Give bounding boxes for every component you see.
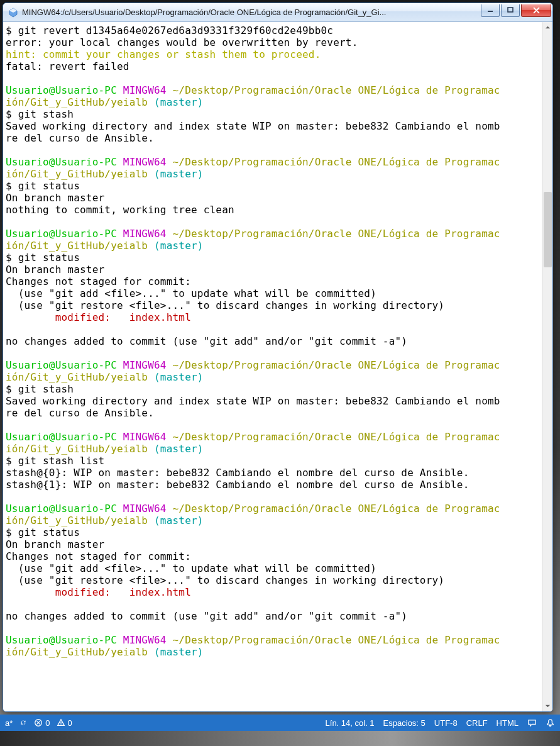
prompt-branch: (master): [154, 168, 204, 180]
prompt-branch: (master): [154, 646, 204, 658]
prompt-path: ~/Desktop/Programación/Oracle ONE/Lógica…: [173, 228, 500, 240]
output-line: On branch master: [6, 264, 104, 276]
prompt-path: ~/Desktop/Programación/Oracle ONE/Lógica…: [173, 84, 500, 96]
output-line: stash@{0}: WIP on master: bebe832 Cambia…: [6, 467, 469, 479]
prompt-env: MINGW64: [123, 634, 167, 646]
scroll-up-button[interactable]: [542, 22, 553, 33]
prompt-user: Usuario@Usuario-PC: [6, 431, 117, 443]
output-line: Changes not staged for commit:: [6, 550, 191, 562]
indent-spaces[interactable]: Espacios: 5: [383, 718, 425, 728]
maximize-button[interactable]: [501, 4, 520, 17]
language-mode[interactable]: HTML: [497, 718, 519, 728]
prompt-branch: (master): [154, 96, 204, 108]
scroll-thumb[interactable]: [544, 192, 552, 267]
output-line: On branch master: [6, 538, 104, 550]
prompt-user: Usuario@Usuario-PC: [6, 634, 117, 646]
output-line: (use "git restore <file>..." to discard …: [6, 574, 444, 586]
minimize-button[interactable]: [481, 4, 500, 17]
prompt-path2: ión/Git_y_GitHub/yeialb: [6, 515, 148, 526]
bell-icon[interactable]: [546, 718, 555, 728]
prompt-path: ~/Desktop/Programación/Oracle ONE/Lógica…: [173, 359, 500, 371]
prompt-path: ~/Desktop/Programación/Oracle ONE/Lógica…: [173, 503, 500, 515]
output-line: (use "git add <file>..." to update what …: [6, 287, 376, 299]
prompt-env: MINGW64: [123, 359, 167, 371]
cmd-line: $ git stash list: [6, 455, 104, 467]
prompt-branch: (master): [154, 371, 204, 383]
output-line: re del curso de Ansible.: [6, 407, 154, 419]
output-line: re del curso de Ansible.: [6, 132, 154, 144]
prompt-path2: ión/Git_y_GitHub/yeialb: [6, 240, 148, 252]
output-line: Saved working directory and index state …: [6, 120, 500, 132]
cmd-line: $ git stash: [6, 108, 74, 120]
prompt-path: ~/Desktop/Programación/Oracle ONE/Lógica…: [173, 156, 500, 168]
window-title: MINGW64:/c/Users/Usuario/Desktop/Program…: [22, 8, 480, 17]
cmd-line: $ git status: [6, 180, 80, 192]
close-button[interactable]: [521, 4, 551, 17]
output-line: stash@{1}: WIP on master: bebe832 Cambia…: [6, 479, 469, 491]
scroll-down-button[interactable]: [542, 701, 553, 711]
line-col[interactable]: Lín. 14, col. 1: [326, 718, 375, 728]
vertical-scrollbar[interactable]: [542, 22, 552, 711]
sync-icon[interactable]: [19, 718, 28, 727]
prompt-path2: ión/Git_y_GitHub/yeialb: [6, 646, 148, 658]
prompt-branch: (master): [154, 240, 204, 252]
modified-line: modified: index.html: [6, 311, 191, 323]
branch-indicator[interactable]: a*: [5, 718, 13, 728]
editor-statusbar: a* 0 0 Lín. 14, col. 1 Espacios: 5 UTF-8…: [0, 715, 560, 731]
terminal-output[interactable]: $ git revert d1345a64e0267ed6a3d9331f329…: [3, 22, 542, 711]
terminal-window: MINGW64:/c/Users/Usuario/Desktop/Program…: [3, 3, 553, 712]
svg-rect-5: [60, 721, 61, 724]
cmd-line: $ git status: [6, 252, 80, 264]
output-line: On branch master: [6, 192, 104, 204]
app-icon: [8, 8, 18, 18]
prompt-path2: ión/Git_y_GitHub/yeialb: [6, 168, 148, 180]
prompt-user: Usuario@Usuario-PC: [6, 359, 117, 371]
prompt-user: Usuario@Usuario-PC: [6, 228, 117, 240]
prompt-path2: ión/Git_y_GitHub/yeialb: [6, 443, 148, 455]
svg-rect-2: [488, 11, 493, 12]
window-controls: [480, 4, 551, 17]
output-line: Changes not staged for commit:: [6, 276, 191, 287]
prompt-env: MINGW64: [123, 431, 167, 443]
prompt-env: MINGW64: [123, 84, 167, 96]
cmd-line: $ git stash: [6, 383, 74, 395]
fatal-line: fatal: revert failed: [6, 60, 129, 72]
prompt-branch: (master): [154, 443, 204, 455]
cmd-line: $ git status: [6, 526, 80, 538]
svg-rect-6: [60, 725, 61, 725]
hint-line: hint: commit your changes or stash them …: [6, 48, 321, 60]
output-line: no changes added to commit (use "git add…: [6, 610, 407, 622]
svg-rect-3: [508, 8, 513, 12]
desktop-bottom: [0, 731, 560, 746]
prompt-env: MINGW64: [123, 228, 167, 240]
errors-count[interactable]: 0: [34, 718, 50, 728]
prompt-user: Usuario@Usuario-PC: [6, 503, 117, 515]
output-line: (use "git restore <file>..." to discard …: [6, 299, 444, 311]
prompt-path2: ión/Git_y_GitHub/yeialb: [6, 96, 148, 108]
prompt-env: MINGW64: [123, 503, 167, 515]
feedback-icon[interactable]: [527, 718, 537, 728]
output-line: nothing to commit, working tree clean: [6, 204, 234, 216]
output-line: no changes added to commit (use "git add…: [6, 335, 407, 347]
output-line: (use "git add <file>..." to update what …: [6, 562, 376, 574]
titlebar[interactable]: MINGW64:/c/Users/Usuario/Desktop/Program…: [3, 3, 552, 22]
prompt-path: ~/Desktop/Programación/Oracle ONE/Lógica…: [173, 431, 500, 443]
prompt-branch: (master): [154, 515, 204, 526]
prompt-user: Usuario@Usuario-PC: [6, 156, 117, 168]
warnings-count[interactable]: 0: [57, 718, 72, 728]
eol[interactable]: CRLF: [466, 718, 488, 728]
output-line: Saved working directory and index state …: [6, 395, 500, 407]
modified-line: modified: index.html: [6, 586, 191, 598]
encoding[interactable]: UTF-8: [434, 718, 458, 728]
cmd-line: $ git revert d1345a64e0267ed6a3d9331f329…: [6, 25, 333, 36]
error-line: error: your local changes would be overw…: [6, 36, 358, 48]
prompt-path: ~/Desktop/Programación/Oracle ONE/Lógica…: [173, 634, 500, 646]
prompt-path2: ión/Git_y_GitHub/yeialb: [6, 371, 148, 383]
prompt-user: Usuario@Usuario-PC: [6, 84, 117, 96]
prompt-env: MINGW64: [123, 156, 167, 168]
